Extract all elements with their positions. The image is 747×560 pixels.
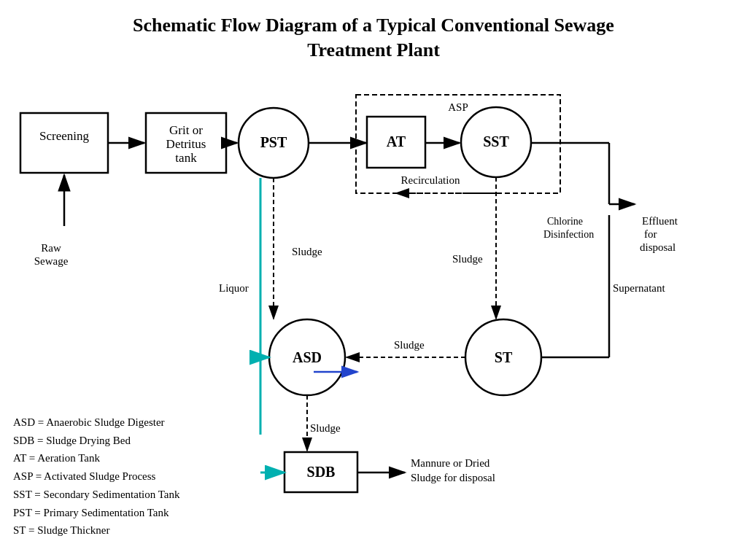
legend-item-asp: ASP = Activated Sludge Process — [13, 467, 180, 486]
svg-point-18 — [461, 107, 531, 177]
svg-rect-16 — [367, 117, 425, 168]
svg-text:PST: PST — [260, 134, 287, 150]
legend-item-asd: ASD = Anaerobic Sludge Digester — [13, 413, 180, 432]
svg-text:Grit or: Grit or — [169, 123, 203, 137]
svg-text:Disinfection: Disinfection — [543, 229, 594, 240]
svg-text:Recirculation: Recirculation — [401, 174, 460, 186]
page-title: Schematic Flow Diagram of a Typical Conv… — [0, 0, 747, 63]
svg-text:Sludge: Sludge — [292, 246, 322, 257]
svg-text:ASD: ASD — [293, 349, 322, 365]
svg-text:Effluent: Effluent — [642, 215, 678, 227]
svg-text:Sludge: Sludge — [310, 422, 341, 434]
svg-text:Screening: Screening — [39, 129, 89, 143]
svg-point-21 — [269, 319, 345, 395]
diagram: Schematic Flow Diagram of a Typical Conv… — [0, 0, 747, 560]
svg-rect-25 — [285, 452, 357, 492]
svg-text:Sludge for disposal: Sludge for disposal — [411, 472, 495, 483]
svg-text:Raw: Raw — [41, 242, 61, 254]
svg-text:SDB: SDB — [307, 464, 336, 480]
legend-item-sdb: SDB = Sludge Drying Bed — [13, 432, 180, 450]
svg-text:Sludge: Sludge — [394, 339, 425, 351]
svg-text:ASP: ASP — [448, 101, 468, 113]
svg-text:disposal: disposal — [640, 241, 676, 253]
legend: ASD = Anaerobic Sludge Digester SDB = Sl… — [13, 413, 180, 540]
svg-rect-6 — [20, 113, 108, 173]
legend-item-at: AT = Aeration Tank — [13, 449, 180, 467]
svg-rect-14 — [356, 95, 560, 193]
svg-text:Mannure or Dried: Mannure or Dried — [411, 457, 490, 469]
legend-item-sst: SST = Secondary Sedimentation Tank — [13, 486, 180, 504]
svg-text:Sewage: Sewage — [34, 255, 69, 267]
svg-text:Chlorine: Chlorine — [547, 216, 583, 227]
svg-text:ST: ST — [495, 349, 513, 365]
svg-text:tank: tank — [175, 151, 197, 165]
legend-item-st: ST = Sludge Thickner — [13, 521, 180, 540]
svg-text:Detritus: Detritus — [166, 137, 206, 151]
svg-point-12 — [239, 108, 309, 178]
svg-text:for: for — [644, 228, 657, 240]
svg-text:SST: SST — [483, 133, 509, 149]
legend-item-pst: PST = Primary Sedimentation Tank — [13, 504, 180, 522]
svg-point-23 — [465, 319, 541, 395]
svg-text:AT: AT — [387, 133, 406, 149]
svg-text:Sludge: Sludge — [452, 253, 483, 265]
svg-text:Supernatant: Supernatant — [613, 282, 665, 294]
svg-rect-8 — [146, 113, 226, 173]
svg-text:Liquor: Liquor — [219, 282, 249, 294]
